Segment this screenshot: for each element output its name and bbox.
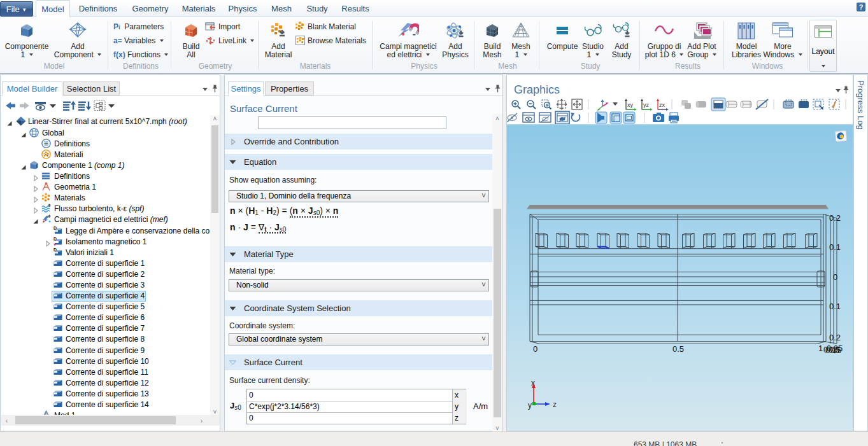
svg-text:0.5: 0.5 <box>829 345 840 354</box>
svg-text:0.5: 0.5 <box>672 344 684 354</box>
svg-text:0.2: 0.2 <box>829 213 841 223</box>
svg-text:yz: yz <box>643 102 650 108</box>
svg-text:z: z <box>553 400 557 409</box>
svg-text:0: 0 <box>533 344 537 354</box>
svg-text:0: 0 <box>833 272 837 282</box>
svg-text:0.1: 0.1 <box>829 302 841 311</box>
svg-text:0.1: 0.1 <box>829 242 841 252</box>
svg-text:xy: xy <box>627 102 634 108</box>
svg-text:0.2: 0.2 <box>829 333 841 342</box>
svg-text:zx: zx <box>659 102 665 108</box>
svg-text:1: 1 <box>818 344 823 353</box>
svg-text:y: y <box>528 401 532 410</box>
